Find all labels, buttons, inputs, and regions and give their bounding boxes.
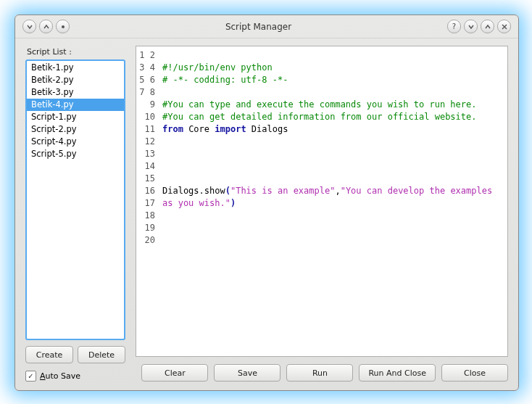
code-content[interactable]: #!/usr/bin/env python # -*- codding: utf… — [158, 46, 507, 356]
list-item[interactable]: Betik-3.py — [27, 86, 124, 99]
editor-pane: 1 2 3 4 5 6 7 8 9 10 11 12 13 14 15 16 1… — [136, 46, 508, 382]
run-and-close-button[interactable]: Run And Close — [359, 364, 436, 382]
close-button[interactable]: Close — [441, 364, 508, 382]
list-item[interactable]: Script-5.py — [27, 148, 124, 160]
code-editor[interactable]: 1 2 3 4 5 6 7 8 9 10 11 12 13 14 15 16 1… — [136, 46, 508, 357]
delete-button[interactable]: Delete — [78, 346, 125, 363]
auto-save-checkbox[interactable]: ✓ — [25, 371, 36, 382]
button-bar: Clear Save Run Run And Close Close — [136, 364, 508, 382]
script-manager-dialog: Script Manager ? Script List : Betik-1.p… — [14, 15, 519, 391]
up-icon[interactable] — [39, 20, 53, 33]
list-item[interactable]: Script-1.py — [27, 111, 124, 123]
script-list[interactable]: Betik-1.pyBetik-2.pyBetik-3.pyBetik-4.py… — [25, 59, 125, 340]
code-line-2: # -*- codding: utf-8 -*- — [162, 75, 288, 85]
maximize-icon[interactable] — [481, 20, 494, 33]
sidebar: Script List : Betik-1.pyBetik-2.pyBetik-… — [25, 46, 125, 382]
run-button[interactable]: Run — [286, 364, 353, 382]
code-line-1: #!/usr/bin/env python — [162, 62, 273, 73]
clear-button[interactable]: Clear — [141, 364, 208, 382]
minimize-icon[interactable] — [464, 20, 478, 33]
list-item[interactable]: Betik-2.py — [27, 74, 124, 86]
window-title: Script Manager — [70, 22, 447, 32]
list-item[interactable]: Script-4.py — [27, 136, 124, 148]
down-icon[interactable] — [22, 20, 36, 33]
help-icon[interactable]: ? — [447, 20, 461, 33]
close-icon[interactable] — [497, 20, 511, 33]
list-item[interactable]: Betik-4.py — [27, 99, 124, 111]
save-button[interactable]: Save — [214, 364, 280, 382]
titlebar: Script Manager ? — [15, 15, 518, 38]
pin-icon[interactable] — [56, 20, 70, 33]
code-line-5: #You can get detailed information from o… — [162, 112, 476, 122]
list-item[interactable]: Betik-1.py — [27, 62, 124, 74]
list-item[interactable]: Script-2.py — [27, 123, 124, 136]
auto-save-label: Auto Save — [40, 371, 80, 381]
create-button[interactable]: Create — [25, 346, 73, 363]
svg-point-0 — [62, 25, 65, 28]
code-line-4: #You can type and execute the commands y… — [162, 99, 476, 110]
line-number-gutter: 1 2 3 4 5 6 7 8 9 10 11 12 13 14 15 16 1… — [136, 46, 158, 356]
script-list-label: Script List : — [27, 47, 125, 57]
